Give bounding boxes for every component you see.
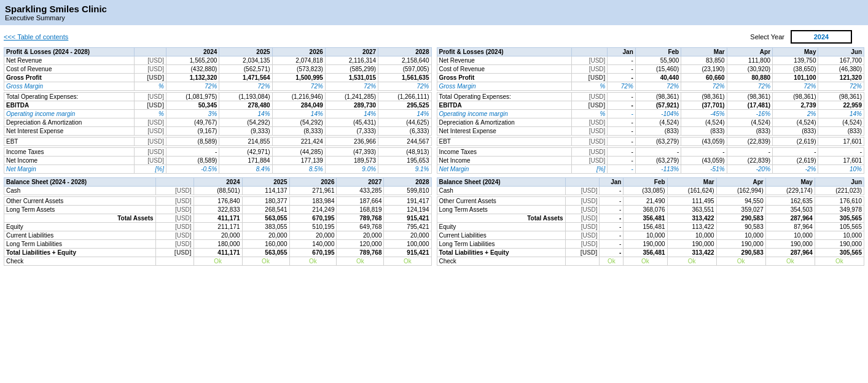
row-value: -2% xyxy=(773,165,818,174)
pnl-annual-year-2026: 2026 xyxy=(272,48,325,56)
row-value: 20,000 xyxy=(337,231,384,240)
row-value: (585,299) xyxy=(325,65,378,74)
row-value: 795,421 xyxy=(384,223,431,231)
toc-link[interactable]: <<< Table of contents xyxy=(4,33,68,41)
table-row: Total Liabilities + Equity[USD]-356,4813… xyxy=(437,249,864,257)
row-value: (833) xyxy=(635,127,681,136)
row-label: EBITDA xyxy=(4,101,135,110)
table-row: Gross Profit[USD]1,132,3201,471,5641,500… xyxy=(4,74,432,82)
row-value: 177,139 xyxy=(272,157,325,165)
row-unit: [USD] xyxy=(135,74,166,82)
row-value: 55,900 xyxy=(635,56,681,65)
row-value: 368,076 xyxy=(624,206,667,214)
row-value: 111,800 xyxy=(727,56,772,65)
row-value: - xyxy=(608,74,635,82)
table-row: CheckOkOkOkOkOkOk xyxy=(437,257,864,266)
row-value: 287,964 xyxy=(765,249,815,257)
table-row: Total Operating Expenses:[USD](1,081,975… xyxy=(4,93,432,101)
row-label: Gross Profit xyxy=(437,74,571,82)
row-value: 359,027 xyxy=(716,206,765,214)
row-unit: % xyxy=(571,82,608,91)
row-value: 10,000 xyxy=(716,231,765,240)
row-value: - xyxy=(600,249,624,257)
row-value: 156,481 xyxy=(624,223,667,231)
row-value: (49,767) xyxy=(166,118,219,127)
row-label: Gross Margin xyxy=(4,82,135,91)
table-row: Gross Margin%72%72%72%72%72% xyxy=(4,82,432,91)
row-value: - xyxy=(635,148,681,157)
row-label: Total Liabilities + Equity xyxy=(4,249,156,257)
row-value: 189,573 xyxy=(325,157,378,165)
row-value: 313,422 xyxy=(667,249,716,257)
row-value: (43,059) xyxy=(681,157,727,165)
row-value: - xyxy=(608,110,635,118)
row-value: Ok xyxy=(815,257,864,266)
table-row: Current Liabilities[USD]-10,00010,00010,… xyxy=(437,231,864,240)
row-value: 101,100 xyxy=(773,74,818,82)
row-value: 139,750 xyxy=(773,56,818,65)
row-value: 22,959 xyxy=(818,101,864,110)
row-unit: [USD] xyxy=(135,148,166,157)
row-value: 121,320 xyxy=(818,74,864,82)
balance-monthly-may: May xyxy=(765,178,815,187)
row-value: 176,840 xyxy=(194,197,242,206)
header: Sparkling Smiles Clinic Executive Summar… xyxy=(0,0,868,25)
year-box[interactable]: 2024 xyxy=(791,30,852,44)
row-value: - xyxy=(600,206,624,214)
row-value: -16% xyxy=(727,110,772,118)
table-row: Depreciation & Amortization[USD]-(4,524)… xyxy=(437,118,864,127)
table-row: Income Taxes[USD]-(42,971)(44,285)(47,39… xyxy=(4,148,432,157)
pnl-annual-unit-header xyxy=(135,48,166,56)
pnl-monthly-feb: Feb xyxy=(635,48,681,56)
row-value: (833) xyxy=(727,127,772,136)
row-value: 236,966 xyxy=(325,137,378,146)
row-label: Gross Profit xyxy=(4,74,135,82)
row-value: (98,361) xyxy=(681,93,727,101)
table-row: Long Term Assets[USD]322,833268,541214,2… xyxy=(4,206,432,214)
row-label: Other Current Assets xyxy=(437,197,565,206)
pnl-annual-table: Profit & Losses (2024 - 2028) 2024 2025 … xyxy=(4,47,432,174)
pnl-monthly-jun: Jun xyxy=(818,48,864,56)
row-value: 114,137 xyxy=(242,187,289,195)
row-value: - xyxy=(608,118,635,127)
row-value: 195,653 xyxy=(378,157,431,165)
table-row: Net Interest Expense[USD]-(833)(833)(833… xyxy=(437,127,864,136)
row-label: Total Assets xyxy=(437,214,565,223)
row-value: 290,583 xyxy=(716,249,765,257)
row-label: Other Current Assets xyxy=(4,197,156,206)
row-value: 190,000 xyxy=(716,240,765,249)
row-value: (57,921) xyxy=(635,101,681,110)
balance-annual-year-2026: 2026 xyxy=(289,178,337,187)
row-value: 180,377 xyxy=(242,197,289,206)
row-value: (44,285) xyxy=(272,148,325,157)
row-unit: % xyxy=(135,110,166,118)
annual-section: Profit & Losses (2024 - 2028) 2024 2025 … xyxy=(4,47,432,266)
row-value: - xyxy=(608,165,635,174)
row-value: 111,495 xyxy=(667,197,716,206)
row-label: Check xyxy=(437,257,565,266)
row-value: 9.1% xyxy=(378,165,431,174)
row-value: Ok xyxy=(289,257,337,266)
row-value: (7,333) xyxy=(325,127,378,136)
pnl-monthly-title: Profit & Losses (2024) xyxy=(437,48,571,56)
row-value: 10,000 xyxy=(765,231,815,240)
table-row: Net Revenue[USD]1,565,2002,034,1352,074,… xyxy=(4,56,432,65)
row-value: (63,279) xyxy=(635,137,681,146)
row-value: 120,000 xyxy=(337,240,384,249)
row-value: Ok xyxy=(624,257,667,266)
row-value: 8.4% xyxy=(219,165,272,174)
table-row: Long Term Liabilities[USD]180,000160,000… xyxy=(4,240,432,249)
row-value: (9,167) xyxy=(166,127,219,136)
row-value: 244,567 xyxy=(378,137,431,146)
row-value: 168,819 xyxy=(337,206,384,214)
row-value: 2,158,640 xyxy=(378,56,431,65)
row-value: 100,000 xyxy=(384,240,431,249)
row-value: 1,561,635 xyxy=(378,74,431,82)
row-value: 72% xyxy=(166,82,219,91)
row-value: (432,880) xyxy=(166,65,219,74)
row-unit: [USD] xyxy=(155,249,194,257)
row-value: 2% xyxy=(773,110,818,118)
row-unit: [USD] xyxy=(155,206,194,214)
row-label: Operating income margin xyxy=(437,110,571,118)
row-value: 20,000 xyxy=(194,231,242,240)
